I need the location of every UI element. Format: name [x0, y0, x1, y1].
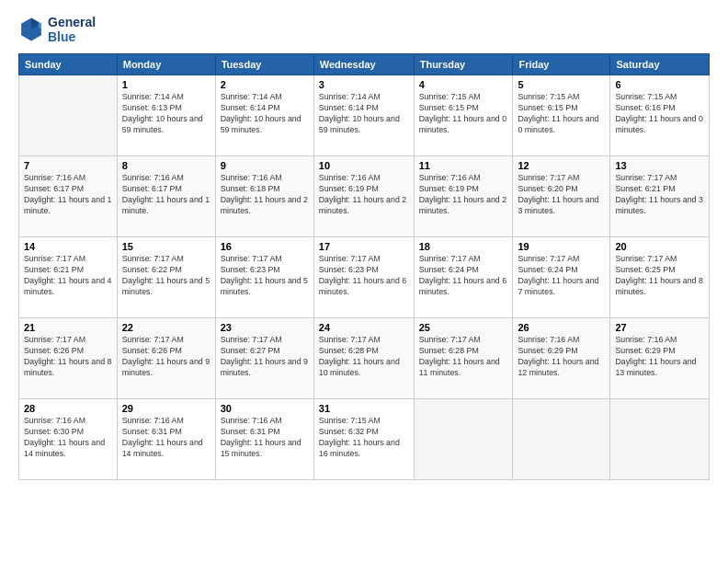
calendar-day: 30Sunrise: 7:16 AMSunset: 6:31 PMDayligh… — [215, 399, 313, 480]
week-row-1: 1Sunrise: 7:14 AMSunset: 6:13 PMDaylight… — [19, 75, 710, 156]
day-info: Sunrise: 7:17 AMSunset: 6:26 PMDaylight:… — [24, 335, 112, 379]
calendar-header-row: SundayMondayTuesdayWednesdayThursdayFrid… — [19, 54, 710, 75]
day-header-tuesday: Tuesday — [215, 54, 313, 75]
calendar-day: 5Sunrise: 7:15 AMSunset: 6:15 PMDaylight… — [513, 75, 610, 156]
day-header-monday: Monday — [117, 54, 215, 75]
calendar-day: 13Sunrise: 7:17 AMSunset: 6:21 PMDayligh… — [610, 156, 710, 237]
day-header-friday: Friday — [513, 54, 610, 75]
day-number: 6 — [615, 79, 704, 90]
calendar-day: 24Sunrise: 7:17 AMSunset: 6:28 PMDayligh… — [313, 318, 414, 399]
logo-icon — [18, 17, 44, 42]
calendar-day: 20Sunrise: 7:17 AMSunset: 6:25 PMDayligh… — [610, 237, 710, 318]
calendar-day: 12Sunrise: 7:17 AMSunset: 6:20 PMDayligh… — [513, 156, 610, 237]
calendar-day: 11Sunrise: 7:16 AMSunset: 6:19 PMDayligh… — [414, 156, 513, 237]
day-header-thursday: Thursday — [414, 54, 513, 75]
calendar-day: 15Sunrise: 7:17 AMSunset: 6:22 PMDayligh… — [117, 237, 215, 318]
day-number: 4 — [419, 79, 508, 90]
day-number: 15 — [122, 241, 210, 252]
day-info: Sunrise: 7:15 AMSunset: 6:15 PMDaylight:… — [419, 92, 508, 136]
calendar-day: 18Sunrise: 7:17 AMSunset: 6:24 PMDayligh… — [414, 237, 513, 318]
day-info: Sunrise: 7:17 AMSunset: 6:26 PMDaylight:… — [122, 335, 210, 379]
day-number: 7 — [24, 160, 112, 171]
calendar-day: 6Sunrise: 7:15 AMSunset: 6:16 PMDaylight… — [610, 75, 710, 156]
day-info: Sunrise: 7:16 AMSunset: 6:30 PMDaylight:… — [24, 416, 112, 460]
day-number: 19 — [518, 241, 605, 252]
day-number: 31 — [319, 403, 409, 414]
calendar-day: 28Sunrise: 7:16 AMSunset: 6:30 PMDayligh… — [19, 399, 118, 480]
day-info: Sunrise: 7:17 AMSunset: 6:28 PMDaylight:… — [319, 335, 409, 379]
day-number: 2 — [221, 79, 309, 90]
day-number: 22 — [122, 322, 210, 333]
day-info: Sunrise: 7:17 AMSunset: 6:23 PMDaylight:… — [221, 254, 309, 298]
day-info: Sunrise: 7:15 AMSunset: 6:15 PMDaylight:… — [518, 92, 605, 136]
calendar-day — [414, 399, 513, 480]
calendar-day: 19Sunrise: 7:17 AMSunset: 6:24 PMDayligh… — [513, 237, 610, 318]
logo-text: General Blue — [48, 15, 96, 44]
day-number: 11 — [419, 160, 508, 171]
day-info: Sunrise: 7:16 AMSunset: 6:29 PMDaylight:… — [518, 335, 605, 379]
day-number: 23 — [221, 322, 309, 333]
calendar-day: 25Sunrise: 7:17 AMSunset: 6:28 PMDayligh… — [414, 318, 513, 399]
day-number: 8 — [122, 160, 210, 171]
page: General Blue SundayMondayTuesdayWednesda… — [0, 0, 728, 563]
day-number: 16 — [221, 241, 309, 252]
day-info: Sunrise: 7:17 AMSunset: 6:21 PMDaylight:… — [24, 254, 112, 298]
calendar-day: 21Sunrise: 7:17 AMSunset: 6:26 PMDayligh… — [19, 318, 118, 399]
day-info: Sunrise: 7:15 AMSunset: 6:32 PMDaylight:… — [319, 416, 409, 460]
calendar-day — [513, 399, 610, 480]
day-number: 17 — [319, 241, 409, 252]
day-info: Sunrise: 7:15 AMSunset: 6:16 PMDaylight:… — [615, 92, 704, 136]
day-number: 3 — [319, 79, 409, 90]
calendar-table: SundayMondayTuesdayWednesdayThursdayFrid… — [18, 53, 710, 480]
calendar-day — [19, 75, 118, 156]
calendar-day: 17Sunrise: 7:17 AMSunset: 6:23 PMDayligh… — [313, 237, 414, 318]
day-info: Sunrise: 7:16 AMSunset: 6:19 PMDaylight:… — [319, 173, 409, 217]
day-header-saturday: Saturday — [610, 54, 710, 75]
calendar-day: 2Sunrise: 7:14 AMSunset: 6:14 PMDaylight… — [215, 75, 313, 156]
calendar-day: 4Sunrise: 7:15 AMSunset: 6:15 PMDaylight… — [414, 75, 513, 156]
calendar-day — [610, 399, 710, 480]
week-row-4: 21Sunrise: 7:17 AMSunset: 6:26 PMDayligh… — [19, 318, 710, 399]
day-number: 18 — [419, 241, 508, 252]
day-number: 5 — [518, 79, 605, 90]
day-info: Sunrise: 7:17 AMSunset: 6:21 PMDaylight:… — [615, 173, 704, 217]
calendar-day: 31Sunrise: 7:15 AMSunset: 6:32 PMDayligh… — [313, 399, 414, 480]
calendar-day: 26Sunrise: 7:16 AMSunset: 6:29 PMDayligh… — [513, 318, 610, 399]
day-number: 28 — [24, 403, 112, 414]
day-number: 13 — [615, 160, 704, 171]
day-info: Sunrise: 7:14 AMSunset: 6:14 PMDaylight:… — [319, 92, 409, 136]
day-info: Sunrise: 7:16 AMSunset: 6:19 PMDaylight:… — [419, 173, 508, 217]
day-info: Sunrise: 7:16 AMSunset: 6:17 PMDaylight:… — [24, 173, 112, 217]
calendar-day: 23Sunrise: 7:17 AMSunset: 6:27 PMDayligh… — [215, 318, 313, 399]
week-row-2: 7Sunrise: 7:16 AMSunset: 6:17 PMDaylight… — [19, 156, 710, 237]
day-number: 25 — [419, 322, 508, 333]
day-number: 26 — [518, 322, 605, 333]
day-info: Sunrise: 7:17 AMSunset: 6:23 PMDaylight:… — [319, 254, 409, 298]
day-number: 14 — [24, 241, 112, 252]
day-info: Sunrise: 7:16 AMSunset: 6:31 PMDaylight:… — [122, 416, 210, 460]
day-header-sunday: Sunday — [19, 54, 118, 75]
day-number: 10 — [319, 160, 409, 171]
day-info: Sunrise: 7:16 AMSunset: 6:18 PMDaylight:… — [221, 173, 309, 217]
day-info: Sunrise: 7:17 AMSunset: 6:24 PMDaylight:… — [419, 254, 508, 298]
day-header-wednesday: Wednesday — [313, 54, 414, 75]
day-info: Sunrise: 7:17 AMSunset: 6:25 PMDaylight:… — [615, 254, 704, 298]
week-row-3: 14Sunrise: 7:17 AMSunset: 6:21 PMDayligh… — [19, 237, 710, 318]
day-info: Sunrise: 7:16 AMSunset: 6:31 PMDaylight:… — [221, 416, 309, 460]
day-info: Sunrise: 7:17 AMSunset: 6:28 PMDaylight:… — [419, 335, 508, 379]
day-info: Sunrise: 7:17 AMSunset: 6:20 PMDaylight:… — [518, 173, 605, 217]
day-number: 21 — [24, 322, 112, 333]
day-number: 29 — [122, 403, 210, 414]
calendar-day: 22Sunrise: 7:17 AMSunset: 6:26 PMDayligh… — [117, 318, 215, 399]
day-info: Sunrise: 7:17 AMSunset: 6:24 PMDaylight:… — [518, 254, 605, 298]
day-number: 12 — [518, 160, 605, 171]
calendar-day: 8Sunrise: 7:16 AMSunset: 6:17 PMDaylight… — [117, 156, 215, 237]
day-number: 27 — [615, 322, 704, 333]
day-number: 20 — [615, 241, 704, 252]
calendar-day: 3Sunrise: 7:14 AMSunset: 6:14 PMDaylight… — [313, 75, 414, 156]
day-info: Sunrise: 7:17 AMSunset: 6:27 PMDaylight:… — [221, 335, 309, 379]
calendar-day: 27Sunrise: 7:16 AMSunset: 6:29 PMDayligh… — [610, 318, 710, 399]
day-number: 1 — [122, 79, 210, 90]
week-row-5: 28Sunrise: 7:16 AMSunset: 6:30 PMDayligh… — [19, 399, 710, 480]
day-info: Sunrise: 7:14 AMSunset: 6:13 PMDaylight:… — [122, 92, 210, 136]
